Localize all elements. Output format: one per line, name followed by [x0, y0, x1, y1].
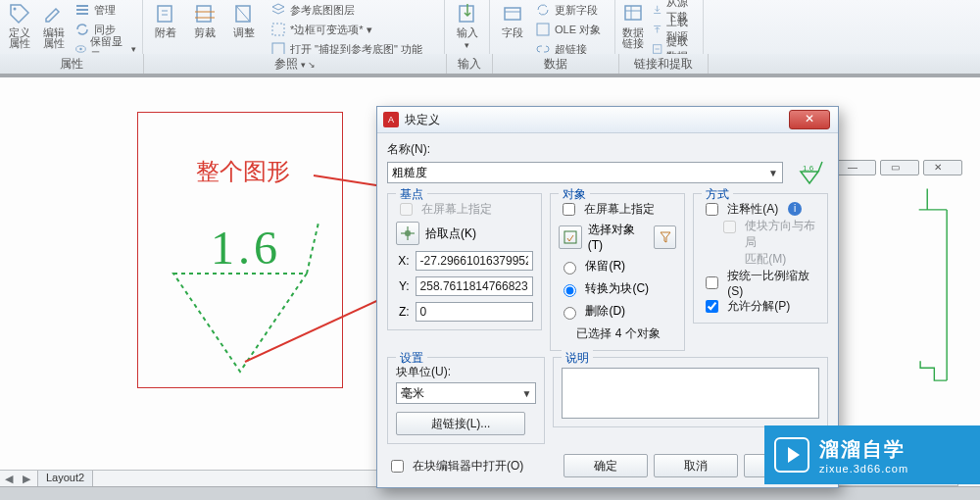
pick-point-button[interactable] — [396, 222, 419, 245]
manage-attr-button[interactable]: 管理 — [74, 2, 136, 18]
description-fieldset: 说明 — [553, 357, 828, 427]
behavior-fieldset: 方式 注释性(A)i 使块方向与布局 匹配(M) 按统一比例缩放(S) 允许分解… — [693, 193, 828, 324]
background-geometry — [864, 185, 962, 436]
ribbon-group-data: 字段 更新字段 OLE 对象 超链接 — [490, 0, 615, 54]
unit-value: 毫米 — [401, 385, 424, 402]
edit-attr-button[interactable]: 编辑 属性 — [40, 2, 69, 49]
name-value: 粗糙度 — [392, 165, 427, 181]
explode-checkbox[interactable]: 允许分解(P) — [702, 297, 819, 315]
layout-tab[interactable]: Layout2 — [37, 471, 93, 487]
frame-opt-button[interactable]: *边框可变选项* ▾ — [270, 22, 422, 37]
z-input[interactable] — [416, 302, 534, 322]
delete-radio[interactable]: 删除(D) — [559, 303, 676, 320]
svg-rect-13 — [537, 24, 549, 35]
svg-point-5 — [79, 48, 81, 50]
convert-radio[interactable]: 转换为块(C) — [559, 280, 676, 297]
refresh-icon — [535, 2, 551, 18]
layout-scroll-right[interactable]: ▶ — [18, 473, 35, 485]
mdi-restore[interactable]: ▭ — [880, 160, 919, 175]
status-bar — [0, 486, 980, 500]
watermark-logo: 溜溜自学 zixue.3d66.com — [764, 425, 980, 484]
quick-select-button[interactable] — [654, 225, 676, 249]
ribbon-panel-label: 参照 ▾ ↘ — [144, 54, 447, 74]
legend: 说明 — [562, 350, 593, 367]
layout-scroll-left[interactable]: ◀ — [0, 473, 18, 485]
svg-text:1.6: 1.6 — [803, 164, 814, 173]
ribbon-group-ref: 附着 剪裁 调整 参考底图图层 *边框可变选项* ▾ 打开 "捕捉到参考底图" … — [143, 0, 445, 54]
x-input[interactable] — [416, 251, 534, 271]
dialog-close-button[interactable]: ✕ — [789, 110, 830, 129]
play-icon — [774, 437, 809, 473]
svg-rect-3 — [76, 13, 88, 15]
legend: 对象 — [559, 186, 590, 203]
settings-fieldset: 设置 块单位(U): 毫米▼ 超链接(L)... — [387, 357, 545, 444]
field-icon — [501, 2, 524, 25]
svg-rect-12 — [505, 8, 520, 20]
layers-icon — [270, 2, 286, 18]
ribbon-panel-label: 数据 — [493, 54, 619, 74]
roughness-symbol: 1.6 — [152, 195, 328, 381]
select-icon — [564, 230, 577, 244]
dialog-titlebar[interactable]: A 块定义 ✕ — [377, 107, 838, 133]
svg-rect-6 — [158, 6, 172, 22]
field-button[interactable]: 字段 — [496, 2, 529, 38]
clip-button[interactable]: 剪裁 — [188, 2, 221, 38]
name-combo[interactable]: 粗糙度 ▼ — [387, 162, 783, 183]
y-input[interactable] — [416, 276, 534, 296]
dialog-title: 块定义 — [405, 112, 440, 128]
update-field-button[interactable]: 更新字段 — [535, 2, 601, 18]
pick-point-label: 拾取点(K) — [425, 225, 476, 242]
app-icon: A — [383, 112, 399, 127]
svg-rect-9 — [272, 24, 284, 35]
underlay-layers-button[interactable]: 参考底图图层 — [270, 2, 422, 18]
select-objects-label: 选择对象(T) — [588, 222, 648, 252]
clip-icon — [193, 2, 217, 25]
attach-icon — [154, 2, 177, 25]
selection-count: 已选择 4 个对象 — [576, 325, 676, 342]
ok-button[interactable]: 确定 — [564, 454, 648, 477]
adjust-icon — [232, 2, 256, 25]
retain-radio[interactable]: 保留(R) — [559, 258, 676, 275]
open-in-editor-checkbox[interactable]: 在块编辑器中打开(O) — [387, 457, 523, 475]
scale-checkbox[interactable]: 按统一比例缩放(S) — [702, 274, 819, 291]
svg-text:1.6: 1.6 — [211, 222, 281, 274]
z-label: Z: — [396, 305, 410, 319]
description-textarea[interactable] — [562, 368, 819, 419]
ribbon: 定义 属性 编辑 属性 管理 同步 保留显示▾ 附着 剪裁 调整 参考底图图层 — [0, 0, 980, 75]
adjust-button[interactable]: 调整 — [227, 2, 261, 38]
attach-button[interactable]: 附着 — [149, 2, 182, 38]
ribbon-panel-label: 链接和提取 — [619, 54, 709, 74]
sync-icon — [74, 22, 90, 37]
define-attr-button[interactable]: 定义 属性 — [6, 2, 34, 49]
datalink-button[interactable]: 数据 链接 — [621, 2, 646, 49]
logo-subtitle: zixue.3d66.com — [819, 463, 908, 475]
svg-rect-1 — [76, 5, 88, 7]
legend: 设置 — [396, 350, 427, 367]
ribbon-panel-label: 输入 — [447, 54, 493, 74]
ribbon-panel-label: 属性 — [0, 54, 144, 74]
edit-icon — [42, 2, 66, 25]
upload-icon — [652, 22, 662, 37]
svg-rect-7 — [197, 6, 211, 22]
x-label: X: — [396, 254, 410, 268]
cancel-button[interactable]: 取消 — [654, 454, 738, 477]
import-button[interactable]: 输入▾ — [451, 2, 483, 51]
svg-rect-21 — [564, 231, 576, 243]
info-icon[interactable]: i — [788, 202, 802, 216]
ole-button[interactable]: OLE 对象 — [535, 22, 601, 37]
chevron-down-icon: ▼ — [768, 168, 778, 178]
y-label: Y: — [396, 279, 410, 293]
mdi-minimize[interactable]: — — [837, 160, 876, 175]
logo-title: 溜溜自学 — [819, 436, 908, 463]
unit-combo[interactable]: 毫米▼ — [396, 382, 536, 404]
mdi-close[interactable]: ✕ — [923, 160, 962, 175]
objects-fieldset: 对象 在屏幕上指定 选择对象(T) 保留(R) 转换为块(C) 删除(D) 已选… — [550, 193, 685, 351]
import-icon — [456, 2, 479, 25]
annotation-label: 整个图形 — [196, 156, 290, 187]
chevron-down-icon: ▼ — [521, 388, 531, 399]
hyperlink-button[interactable]: 超链接(L)... — [396, 412, 525, 435]
legend: 方式 — [702, 186, 733, 203]
basepoint-fieldset: 基点 在屏幕上指定 拾取点(K) X: Y: Z: — [387, 193, 542, 330]
select-objects-button[interactable] — [559, 225, 581, 249]
ribbon-group-attrs: 定义 属性 编辑 属性 管理 同步 保留显示▾ — [0, 0, 143, 54]
